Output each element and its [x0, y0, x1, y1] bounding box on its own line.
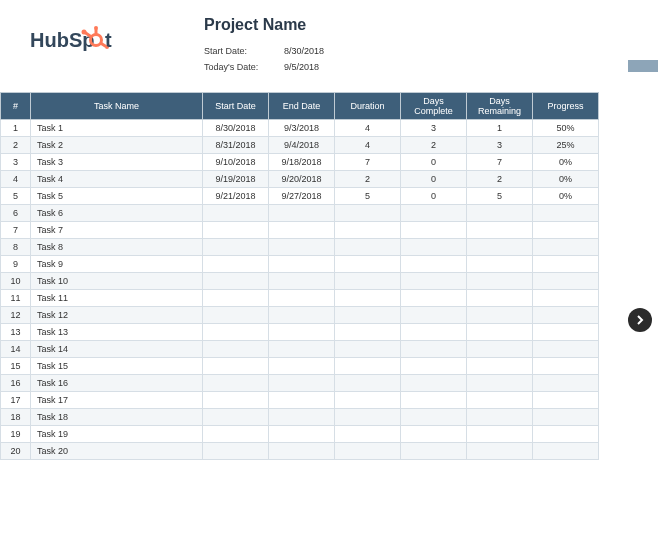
cell-task: Task 20 [31, 443, 203, 460]
hubspot-logo: Hub Sp t [30, 22, 140, 66]
cell-index: 19 [1, 426, 31, 443]
cell-days-complete [401, 222, 467, 239]
cell-days-complete [401, 341, 467, 358]
svg-point-6 [82, 30, 87, 35]
cell-duration [335, 222, 401, 239]
cell-start [203, 409, 269, 426]
cell-days-remaining [467, 324, 533, 341]
task-table: # Task Name Start Date End Date Duration… [0, 92, 599, 460]
cell-days-complete: 3 [401, 120, 467, 137]
cell-index: 13 [1, 324, 31, 341]
cell-progress [533, 443, 599, 460]
cell-index: 9 [1, 256, 31, 273]
cell-duration: 2 [335, 171, 401, 188]
cell-days-complete: 0 [401, 188, 467, 205]
today-date-value: 9/5/2018 [284, 62, 319, 72]
next-button[interactable] [628, 308, 652, 332]
cell-days-complete [401, 324, 467, 341]
start-date-value: 8/30/2018 [284, 46, 324, 56]
cell-task: Task 2 [31, 137, 203, 154]
cell-days-remaining [467, 222, 533, 239]
cell-days-remaining [467, 307, 533, 324]
cell-task: Task 17 [31, 392, 203, 409]
cell-end [269, 256, 335, 273]
cell-task: Task 6 [31, 205, 203, 222]
table-row: 11Task 11 [1, 290, 599, 307]
cell-end [269, 375, 335, 392]
col-duration: Duration [335, 93, 401, 120]
cell-days-remaining [467, 256, 533, 273]
cell-days-complete [401, 426, 467, 443]
cell-index: 10 [1, 273, 31, 290]
cell-days-complete: 0 [401, 171, 467, 188]
cell-task: Task 11 [31, 290, 203, 307]
cell-start [203, 375, 269, 392]
cell-index: 17 [1, 392, 31, 409]
cell-task: Task 8 [31, 239, 203, 256]
cell-duration [335, 409, 401, 426]
cell-end [269, 392, 335, 409]
cell-days-remaining [467, 392, 533, 409]
cell-start: 9/21/2018 [203, 188, 269, 205]
cell-duration [335, 307, 401, 324]
cell-days-remaining [467, 375, 533, 392]
cell-duration [335, 375, 401, 392]
table-row: 18Task 18 [1, 409, 599, 426]
cell-days-remaining: 7 [467, 154, 533, 171]
cell-index: 20 [1, 443, 31, 460]
svg-point-2 [94, 26, 98, 30]
cell-days-complete [401, 443, 467, 460]
logo-text-hub: Hub [30, 29, 69, 51]
cell-progress [533, 375, 599, 392]
cell-end [269, 205, 335, 222]
start-date-label: Start Date: [204, 46, 284, 56]
cell-duration [335, 324, 401, 341]
cell-days-complete [401, 273, 467, 290]
cell-duration [335, 239, 401, 256]
cell-days-remaining [467, 239, 533, 256]
cell-end: 9/20/2018 [269, 171, 335, 188]
cell-progress [533, 426, 599, 443]
cell-task: Task 3 [31, 154, 203, 171]
cell-start [203, 239, 269, 256]
cell-start [203, 307, 269, 324]
cell-start: 8/30/2018 [203, 120, 269, 137]
cell-index: 14 [1, 341, 31, 358]
cell-end [269, 409, 335, 426]
cell-task: Task 18 [31, 409, 203, 426]
cell-duration: 4 [335, 120, 401, 137]
cell-start: 8/31/2018 [203, 137, 269, 154]
cell-index: 16 [1, 375, 31, 392]
project-title: Project Name [204, 16, 324, 34]
cell-days-complete [401, 290, 467, 307]
cell-start: 9/19/2018 [203, 171, 269, 188]
cell-duration [335, 273, 401, 290]
cell-index: 11 [1, 290, 31, 307]
cell-end [269, 341, 335, 358]
cell-progress: 0% [533, 154, 599, 171]
cell-task: Task 13 [31, 324, 203, 341]
table-row: 10Task 10 [1, 273, 599, 290]
table-header-row: # Task Name Start Date End Date Duration… [1, 93, 599, 120]
table-row: 15Task 15 [1, 358, 599, 375]
cell-index: 5 [1, 188, 31, 205]
cell-end: 9/3/2018 [269, 120, 335, 137]
cell-index: 7 [1, 222, 31, 239]
cell-end: 9/27/2018 [269, 188, 335, 205]
cell-days-remaining [467, 443, 533, 460]
table-row: 3Task 39/10/20189/18/20187070% [1, 154, 599, 171]
cell-duration: 5 [335, 188, 401, 205]
cell-task: Task 5 [31, 188, 203, 205]
col-days-remaining: Days Remaining [467, 93, 533, 120]
cell-progress [533, 222, 599, 239]
cell-task: Task 9 [31, 256, 203, 273]
cell-end: 9/4/2018 [269, 137, 335, 154]
cell-end: 9/18/2018 [269, 154, 335, 171]
table-row: 14Task 14 [1, 341, 599, 358]
cell-progress [533, 273, 599, 290]
table-row: 12Task 12 [1, 307, 599, 324]
cell-duration [335, 443, 401, 460]
cell-progress [533, 324, 599, 341]
cell-end [269, 239, 335, 256]
cell-index: 15 [1, 358, 31, 375]
